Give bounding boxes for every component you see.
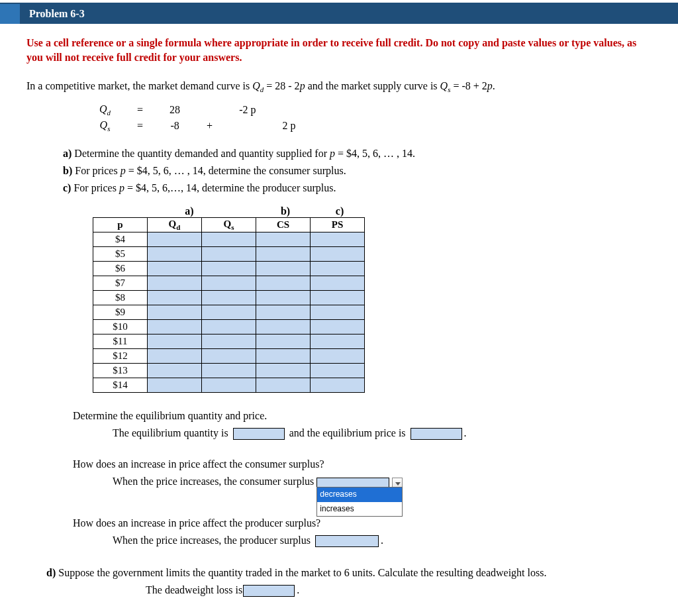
- qd-cell[interactable]: [148, 364, 202, 378]
- eq2-lhs: Qs: [100, 119, 111, 130]
- ps-cell[interactable]: [311, 334, 365, 349]
- cs-cell[interactable]: [256, 364, 311, 378]
- qd-cell[interactable]: [148, 305, 202, 320]
- col-a: a): [148, 205, 230, 217]
- qd-cell[interactable]: [148, 291, 202, 305]
- price-cell: $6: [93, 262, 148, 276]
- qs-cell[interactable]: [202, 334, 256, 349]
- hdr-qd: Qd: [148, 218, 202, 232]
- ps-cell[interactable]: [311, 291, 365, 305]
- ps-cell[interactable]: [311, 232, 365, 247]
- part-d-label: d): [46, 567, 56, 578]
- cs-cell[interactable]: [256, 247, 311, 262]
- ps-cell[interactable]: [311, 364, 365, 378]
- cs-option-increases[interactable]: increases: [317, 502, 402, 516]
- col-c: c): [313, 205, 367, 217]
- hdr-ps: PS: [311, 218, 365, 232]
- qd-cell[interactable]: [148, 349, 202, 364]
- price-cell: $12: [93, 349, 148, 364]
- qd-cell[interactable]: [148, 232, 202, 247]
- intro-paragraph: In a competitive market, the market dema…: [26, 79, 652, 95]
- eq2-c1: -8: [156, 118, 193, 134]
- price-cell: $11: [93, 334, 148, 349]
- intro-mid: = 28 - 2: [264, 80, 299, 91]
- qs-cell[interactable]: [202, 276, 256, 291]
- part-c-tail: = $4, 5, 6,…, 14, determine the producer…: [124, 182, 336, 193]
- qs-cell[interactable]: [202, 262, 256, 276]
- qs-symbol: Qs: [440, 80, 451, 91]
- price-cell: $14: [93, 378, 148, 393]
- qd-cell[interactable]: [148, 247, 202, 262]
- cs-cell[interactable]: [256, 232, 311, 247]
- qs-cell[interactable]: [202, 247, 256, 262]
- part-d-text: Suppose the government limits the quanti…: [56, 567, 546, 578]
- part-a-text: Determine the quantity demanded and quan…: [72, 148, 330, 159]
- cs-dropdown-list[interactable]: decreases increases: [316, 487, 403, 516]
- p-symbol: p: [300, 80, 305, 91]
- price-cell: $5: [93, 247, 148, 262]
- part-c-label: c): [63, 182, 71, 193]
- eq2-c4: 2 p: [269, 118, 309, 134]
- qd-cell[interactable]: [148, 378, 202, 393]
- qs-cell[interactable]: [202, 349, 256, 364]
- dwl-period: .: [297, 584, 299, 595]
- ps-cell[interactable]: [311, 247, 365, 262]
- ps-cell[interactable]: [311, 320, 365, 334]
- cs-cell[interactable]: [256, 378, 311, 393]
- qs-cell[interactable]: [202, 291, 256, 305]
- ps-question: How does an increase in price affect the…: [73, 515, 652, 532]
- intro-post: = -8 + 2: [450, 80, 487, 91]
- ps-cell[interactable]: [311, 349, 365, 364]
- qd-cell[interactable]: [148, 276, 202, 291]
- eq-qty-label: The equilibrium quantity is: [113, 427, 228, 438]
- qs-cell[interactable]: [202, 364, 256, 378]
- ps-period: .: [381, 535, 383, 546]
- part-b-p: p: [121, 165, 126, 176]
- eq1-c4: [269, 102, 309, 118]
- cs-cell[interactable]: [256, 276, 311, 291]
- equilibrium-price-input[interactable]: [411, 428, 462, 440]
- cs-cell[interactable]: [256, 262, 311, 276]
- eq1-c3: -2 p: [226, 102, 269, 118]
- qd-cell[interactable]: [148, 334, 202, 349]
- qs-cell[interactable]: [202, 320, 256, 334]
- qd-symbol: Qd: [252, 80, 264, 91]
- ps-cell[interactable]: [311, 276, 365, 291]
- ps-cell[interactable]: [311, 262, 365, 276]
- part-b-label: b): [63, 165, 72, 176]
- part-a-tail: = $4, 5, 6, … , 14.: [335, 148, 415, 159]
- equilibrium-qty-input[interactable]: [233, 428, 285, 440]
- qd-cell[interactable]: [148, 262, 202, 276]
- cs-cell[interactable]: [256, 334, 311, 349]
- cs-cell[interactable]: [256, 291, 311, 305]
- intro-mid2: and the market supply curve is: [305, 80, 440, 91]
- equilibrium-block: Determine the equilibrium quantity and p…: [73, 407, 652, 441]
- eq2-c2: +: [193, 118, 226, 134]
- header-title: Problem 6-3: [29, 8, 85, 19]
- price-cell: $13: [93, 364, 148, 378]
- ps-answer-label: When the price increases, the producer s…: [113, 535, 311, 546]
- qs-cell[interactable]: [202, 378, 256, 393]
- part-b-text: For prices: [72, 165, 120, 176]
- eq2-c3: [226, 118, 269, 134]
- cs-option-decreases[interactable]: decreases: [317, 488, 402, 501]
- ps-cell[interactable]: [311, 305, 365, 320]
- equation-table: Qd = 28 -2 p Qs = -8 + 2 p: [86, 102, 309, 134]
- ps-cell[interactable]: [311, 378, 365, 393]
- p-symbol2: p: [487, 80, 493, 91]
- eq1-c1: 28: [156, 102, 193, 118]
- ps-answer-input[interactable]: [315, 535, 379, 547]
- cs-cell[interactable]: [256, 305, 311, 320]
- intro-pre: In a competitive market, the market dema…: [26, 80, 252, 91]
- problem-header: Problem 6-3: [0, 4, 678, 24]
- col-b: b): [258, 205, 313, 217]
- qs-cell[interactable]: [202, 232, 256, 247]
- cs-cell[interactable]: [256, 349, 311, 364]
- qd-cell[interactable]: [148, 320, 202, 334]
- cs-block: How does an increase in price affect the…: [73, 456, 652, 491]
- cs-question: How does an increase in price affect the…: [73, 456, 652, 473]
- cs-cell[interactable]: [256, 320, 311, 334]
- dwl-input[interactable]: [243, 585, 295, 597]
- qs-cell[interactable]: [202, 305, 256, 320]
- eq1-lhs: Qd: [99, 103, 111, 115]
